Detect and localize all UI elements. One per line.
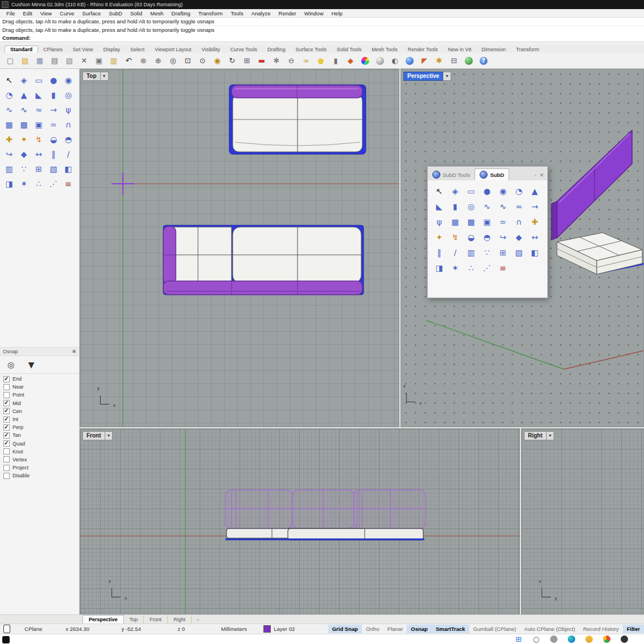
units-display[interactable]: Millimeters	[204, 626, 263, 632]
subd-cone[interactable]: ▲	[527, 183, 543, 199]
insert-edge[interactable]: ▥	[2, 162, 16, 176]
menu-item[interactable]: Edit	[19, 10, 36, 16]
subd-sweep[interactable]: →	[527, 199, 543, 214]
color-wheel[interactable]	[358, 55, 372, 67]
multipipe[interactable]: ψ	[431, 214, 447, 229]
menu-item[interactable]: Render	[275, 10, 300, 16]
viewport-page-tab[interactable]: Front	[144, 616, 168, 624]
paste[interactable]: ▥	[107, 55, 121, 67]
osnap-checkbox-row[interactable]: Point	[0, 391, 79, 399]
menu-item[interactable]: Drafting	[167, 10, 194, 16]
subd-from-curves-1[interactable]: ∿	[2, 102, 16, 117]
new-viewport-button[interactable]: ○	[192, 616, 204, 624]
insert-point[interactable]: ∵	[479, 245, 495, 260]
toolbar-tab[interactable]: Solid Tools	[332, 46, 366, 53]
chrome-browser[interactable]	[603, 635, 610, 643]
tray-app[interactable]	[550, 635, 558, 643]
inset-face[interactable]: ◓	[479, 229, 495, 245]
viewport-right[interactable]: Right▼ zy	[521, 428, 644, 614]
toolbar-tab[interactable]: Surface Tools	[291, 46, 332, 53]
delete-face[interactable]: ▧	[46, 162, 61, 176]
subd-ellipsoid[interactable]: ◔	[2, 88, 16, 102]
zoom-dynamic[interactable]: ⊙	[196, 55, 209, 67]
osnap-checkbox-row[interactable]: Vertex	[0, 456, 79, 464]
menu-item[interactable]: Solid	[126, 10, 146, 16]
tab-subd-tools[interactable]: SubD Tools	[428, 169, 474, 180]
extrude[interactable]: ↯	[447, 229, 463, 245]
toolbar-tab[interactable]: Mesh Tools	[366, 46, 402, 53]
sphere-in-box[interactable]: ◐	[388, 55, 402, 67]
status-toggle[interactable]: Filter	[623, 625, 644, 633]
status-toggle[interactable]: Planar	[383, 625, 407, 633]
chevron-down-icon[interactable]: ▼	[105, 431, 113, 440]
render-engine-sphere[interactable]	[462, 55, 476, 67]
subd-truncated-cone[interactable]: ◣	[431, 199, 447, 214]
subd-from-mesh[interactable]: ▦	[447, 214, 463, 229]
zoom-window[interactable]: ⊡	[181, 55, 195, 67]
subd-edit[interactable]: ◈	[16, 73, 31, 88]
undo[interactable]: ↶	[122, 55, 135, 67]
bevel[interactable]: ◆	[16, 147, 31, 162]
crease[interactable]: ▣	[479, 214, 495, 229]
subd-cylinder[interactable]: ▮	[447, 199, 463, 214]
edge-browser[interactable]	[568, 635, 575, 643]
fillet-edge[interactable]: ↪	[495, 229, 511, 245]
options-gears[interactable]: ✱	[432, 55, 446, 67]
menu-item[interactable]: Tools	[227, 10, 247, 16]
subd-truncated-cone[interactable]: ◣	[31, 88, 46, 102]
checkbox[interactable]	[3, 448, 10, 455]
merge-face[interactable]: ⊞	[31, 162, 46, 176]
stitch[interactable]: ‖	[46, 147, 61, 162]
subd-from-curves-1[interactable]: ∿	[479, 199, 495, 214]
uncrease[interactable]: ≃	[46, 117, 61, 132]
move[interactable]: ⊕	[151, 55, 165, 67]
lamp[interactable]: ●	[314, 55, 328, 67]
osnap-filter[interactable]: ▼	[24, 358, 39, 371]
insert-point[interactable]: ∵	[16, 162, 31, 176]
file-explorer[interactable]	[585, 635, 593, 643]
osnap-checkbox-row[interactable]: Tan	[0, 431, 79, 439]
checkbox[interactable]	[3, 392, 10, 398]
pin-icon[interactable]: ◦	[534, 172, 536, 178]
slide-edge[interactable]: ↔	[31, 147, 46, 162]
osnap-toggle[interactable]: ⊖	[284, 55, 298, 67]
viewport-front[interactable]: Front▼ zx	[80, 428, 520, 614]
viewport-perspective-label[interactable]: Perspective▼	[403, 72, 451, 81]
new-file[interactable]: ▢	[3, 55, 17, 67]
extrude[interactable]: ↯	[31, 132, 46, 147]
inset-face[interactable]: ◓	[61, 132, 76, 147]
toolbar-tab[interactable]: Transform	[511, 46, 544, 53]
toolbar-tab[interactable]: Dimension	[477, 46, 511, 53]
checkbox[interactable]	[3, 473, 10, 479]
subd-loft[interactable]: ≈	[511, 199, 527, 214]
toolbar-tab[interactable]: Standard	[5, 46, 38, 53]
subd-palette[interactable]: SubD Tools SubD ◦ ✕ ↖◈▭●◉◔▲◣▮◎∿∿≈→ψ▦▩▣≃∩…	[427, 166, 548, 298]
print[interactable]: ▤	[48, 55, 61, 67]
menu-item[interactable]: Help	[328, 10, 347, 16]
status-toggle[interactable]: Record History	[579, 625, 623, 633]
toolbar-tab[interactable]: Viewport Layout	[150, 46, 196, 53]
viewport-page-tab[interactable]: Perspective	[82, 615, 124, 624]
append-face[interactable]: ✚	[527, 214, 543, 229]
viewport-page-tab[interactable]: Right	[168, 616, 192, 624]
save-file[interactable]: ▦	[33, 55, 47, 67]
subd-loft[interactable]: ≈	[31, 102, 46, 117]
reflect[interactable]: ◨	[2, 176, 16, 191]
subd-sphere[interactable]: ●	[46, 73, 61, 88]
taskbar-corner-icon[interactable]	[2, 636, 10, 643]
subd-slab[interactable]: ▭	[463, 183, 479, 199]
menu-item[interactable]: Window	[300, 10, 328, 16]
array[interactable]: ∴	[31, 176, 46, 191]
toolbar-tab[interactable]: Display	[98, 46, 125, 53]
cut[interactable]: ✕	[77, 55, 91, 67]
array[interactable]: ∴	[463, 260, 479, 275]
toolbar-tab[interactable]: Select	[125, 46, 150, 53]
export[interactable]: ▧	[63, 55, 76, 67]
viewport-perspective[interactable]: Perspective▼ zx	[401, 69, 644, 427]
checkbox[interactable]	[3, 376, 10, 382]
rotate-view[interactable]: ↻	[225, 55, 239, 67]
menu-item[interactable]: View	[36, 10, 56, 16]
append-face[interactable]: ✚	[2, 132, 16, 147]
visibility-car[interactable]: ▬	[255, 55, 269, 67]
toolbar-tab[interactable]: CPlanes	[38, 46, 68, 53]
